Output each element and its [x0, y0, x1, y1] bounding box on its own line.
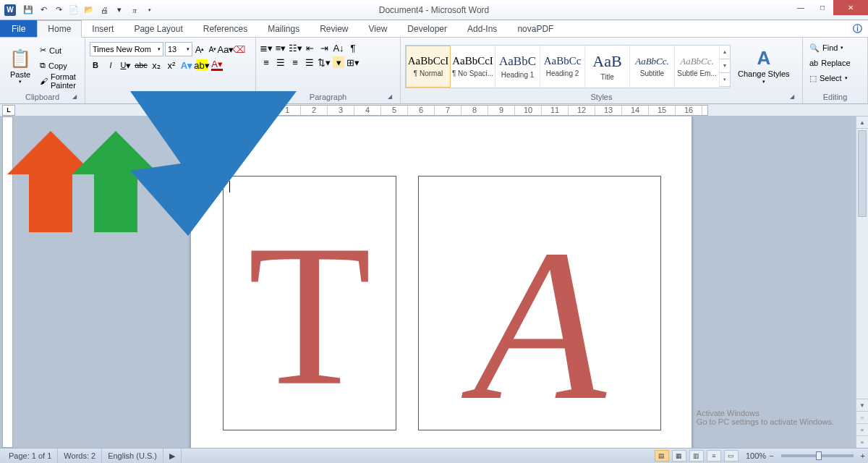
status-language[interactable]: English (U.S.) [102, 449, 163, 463]
borders-icon[interactable]: ⊞▾ [347, 56, 359, 68]
tab-review[interactable]: Review [310, 20, 358, 37]
tab-home[interactable]: Home [37, 20, 82, 38]
undo-icon[interactable]: ↶ [37, 4, 50, 17]
line-spacing-icon[interactable]: ⇅▾ [318, 56, 330, 68]
style-normal[interactable]: AaBbCcI¶ Normal [406, 46, 451, 88]
font-size-select[interactable]: 13▾ [165, 42, 192, 56]
horizontal-ruler[interactable]: 0123456789101112131415161718 [193, 105, 708, 116]
subscript-icon[interactable]: x₂ [150, 59, 162, 71]
view-draft-icon[interactable]: ▭ [724, 450, 739, 462]
clipboard-dialog-launcher[interactable]: ◢ [70, 93, 79, 102]
numbering-icon[interactable]: ≡▾ [275, 42, 286, 54]
paragraph-dialog-launcher[interactable]: ◢ [386, 93, 394, 102]
tab-insert[interactable]: Insert [82, 20, 124, 37]
next-page-icon[interactable]: » [856, 436, 868, 448]
highlight-icon[interactable]: ab▾ [196, 59, 208, 71]
clear-formatting-icon[interactable]: ⌫ [233, 43, 244, 55]
styles-scroll-down-icon[interactable]: ▼ [720, 59, 730, 73]
zoom-out-icon[interactable]: − [769, 451, 773, 460]
tab-developer[interactable]: Developer [397, 20, 457, 37]
align-center-icon[interactable]: ☰ [275, 56, 286, 68]
view-web-layout-icon[interactable]: ▥ [689, 450, 704, 462]
text-effects-icon[interactable]: A▾ [181, 59, 192, 71]
format-painter-button[interactable]: 🖌Format Painter [38, 74, 80, 88]
view-print-layout-icon[interactable]: ▤ [655, 450, 669, 462]
tab-novapdf[interactable]: novaPDF [507, 20, 563, 37]
style-title[interactable]: AaBTitle [585, 46, 630, 88]
textbox-2[interactable]: A [418, 176, 661, 430]
font-dialog-launcher[interactable]: ◢ [241, 93, 250, 102]
bold-icon[interactable]: B [90, 59, 101, 71]
zoom-level[interactable]: 100% [746, 451, 766, 460]
font-family-select[interactable]: Times New Rom▾ [90, 42, 163, 56]
status-macro-icon[interactable]: ▶ [163, 449, 182, 463]
textbox-1[interactable]: T [223, 176, 396, 430]
multilevel-list-icon[interactable]: ☷▾ [289, 42, 301, 54]
sort-icon[interactable]: A↓ [333, 42, 344, 54]
scroll-thumb[interactable] [858, 130, 867, 217]
qat-more-icon[interactable]: ▾ [113, 4, 126, 17]
tab-selector[interactable]: L [2, 105, 15, 116]
increase-indent-icon[interactable]: ⇥ [318, 42, 330, 54]
style-no-spacing[interactable]: AaBbCcI¶ No Spaci... [451, 46, 495, 88]
replace-button[interactable]: abReplace [807, 56, 853, 70]
italic-icon[interactable]: I [105, 59, 116, 71]
bullets-icon[interactable]: ≣▾ [260, 42, 272, 54]
page[interactable]: T A [191, 116, 692, 448]
tab-addins[interactable]: Add-Ins [457, 20, 507, 37]
style-heading-2[interactable]: AaBbCcHeading 2 [540, 46, 585, 88]
prev-page-icon[interactable]: « [856, 423, 868, 436]
tab-file[interactable]: File [0, 20, 37, 37]
font-color-icon[interactable]: A▾ [211, 59, 223, 71]
strikethrough-icon[interactable]: abc [135, 59, 147, 71]
status-words[interactable]: Words: 2 [58, 449, 102, 463]
view-outline-icon[interactable]: ≡ [707, 450, 721, 462]
show-marks-icon[interactable]: ¶ [347, 42, 359, 54]
copy-button[interactable]: ⧉Copy [38, 59, 80, 73]
styles-scroll[interactable]: ▲▼▾ [720, 46, 730, 88]
zoom-slider-thumb[interactable] [816, 451, 822, 460]
superscript-icon[interactable]: x² [166, 59, 177, 71]
print-preview-icon[interactable]: 🖨 [98, 4, 111, 17]
styles-scroll-up-icon[interactable]: ▲ [720, 46, 730, 59]
grow-font-icon[interactable]: A▴ [194, 43, 205, 55]
new-icon[interactable]: 📄 [67, 4, 80, 17]
style-heading-1[interactable]: AaBbCHeading 1 [495, 46, 540, 88]
open-icon[interactable]: 📂 [82, 4, 95, 17]
align-left-icon[interactable]: ≡ [260, 56, 272, 68]
redo-icon[interactable]: ↷ [52, 4, 65, 17]
scroll-down-icon[interactable]: ▼ [856, 399, 868, 411]
ribbon-help-icon[interactable]: ⓘ [853, 20, 862, 37]
change-styles-button[interactable]: A Change Styles▾ [733, 42, 794, 90]
select-button[interactable]: ⬚Select▾ [807, 71, 850, 85]
vertical-scrollbar[interactable]: ▲ ▼ ○ « » [856, 116, 868, 448]
cut-button[interactable]: ✂Cut [38, 43, 80, 58]
justify-icon[interactable]: ☰ [304, 56, 315, 68]
vertical-ruler[interactable] [2, 116, 13, 448]
maximize-button[interactable]: □ [812, 0, 833, 15]
tab-view[interactable]: View [359, 20, 398, 37]
close-button[interactable]: ✕ [833, 0, 868, 15]
zoom-slider[interactable] [781, 454, 854, 457]
tab-references[interactable]: References [193, 20, 258, 37]
styles-gallery[interactable]: AaBbCcI¶ Normal AaBbCcI¶ No Spaci... AaB… [405, 45, 731, 88]
styles-more-icon[interactable]: ▾ [720, 73, 730, 87]
qat-customize-icon[interactable]: ▾ [143, 4, 156, 17]
style-subtle-emphasis[interactable]: AaBbCc.Subtle Em... [675, 46, 720, 88]
style-subtitle[interactable]: AaBbCc.Subtitle [630, 46, 675, 88]
save-icon[interactable]: 💾 [22, 4, 35, 17]
paste-button[interactable]: 📋 Paste ▾ [4, 42, 36, 90]
browse-object-icon[interactable]: ○ [856, 411, 868, 423]
equation-icon[interactable]: π [128, 4, 141, 17]
shading-icon[interactable]: ▾ [333, 56, 344, 68]
underline-icon[interactable]: U▾ [120, 59, 132, 71]
decrease-indent-icon[interactable]: ⇤ [304, 42, 315, 54]
minimize-button[interactable]: — [790, 0, 812, 15]
align-right-icon[interactable]: ≡ [289, 56, 301, 68]
tab-mailings[interactable]: Mailings [258, 20, 310, 37]
styles-dialog-launcher[interactable]: ◢ [788, 93, 796, 102]
tab-page-layout[interactable]: Page Layout [124, 20, 192, 37]
scroll-up-icon[interactable]: ▲ [856, 116, 868, 129]
status-page[interactable]: Page: 1 of 1 [3, 449, 58, 463]
view-full-screen-icon[interactable]: ▦ [672, 450, 686, 462]
